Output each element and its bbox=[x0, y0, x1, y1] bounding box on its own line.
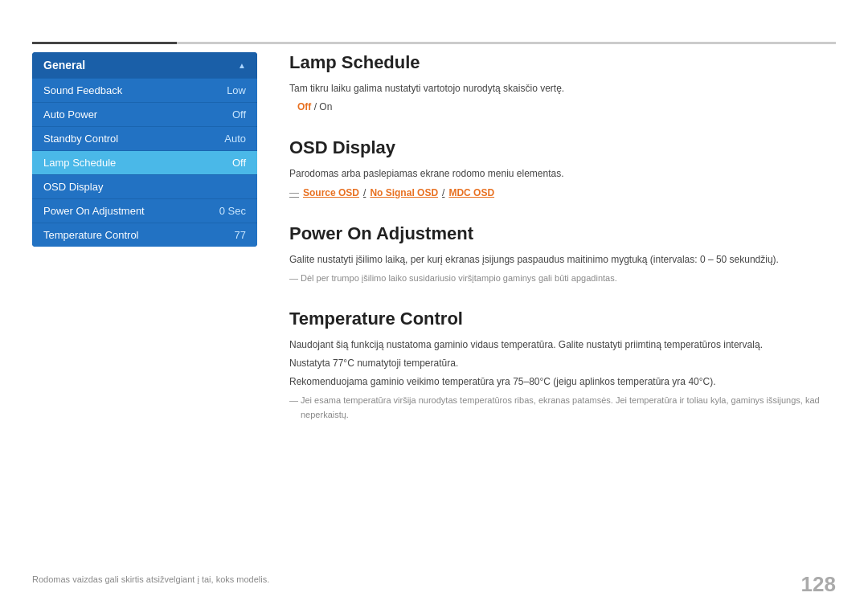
lamp-schedule-body: Tam tikru laiku galima nustatyti vartoto… bbox=[289, 81, 836, 115]
temp-control-desc2: Nustatyta 77°C numatytoji temperatūra. bbox=[289, 356, 836, 371]
lamp-off-text: Off bbox=[297, 101, 311, 112]
sidebar-item-label: Standby Control bbox=[43, 133, 118, 145]
sidebar-item-label: Temperature Control bbox=[43, 229, 139, 241]
osd-slash1: / bbox=[363, 186, 366, 201]
page-number: 128 bbox=[801, 572, 836, 597]
sidebar-item-standby-control[interactable]: Standby ControlAuto bbox=[32, 126, 257, 150]
lamp-on-text: On bbox=[319, 101, 332, 112]
sidebar-item-value: Low bbox=[227, 84, 246, 96]
footer-note: Rodomas vaizdas gali skirtis atsižvelgia… bbox=[32, 574, 269, 584]
sidebar-item-value: 0 Sec bbox=[219, 205, 246, 217]
lamp-bullet-off-on: Off / On bbox=[297, 100, 836, 115]
sidebar-item-label: OSD Display bbox=[43, 181, 103, 193]
sidebar-item-value: Off bbox=[232, 157, 246, 169]
temp-control-desc1: Naudojant šią funkciją nustatoma gaminio… bbox=[289, 337, 836, 353]
footer-note-text: Rodomas vaizdas gali skirtis atsižvelgia… bbox=[32, 574, 269, 584]
sidebar-item-label: Power On Adjustment bbox=[43, 205, 145, 217]
top-border-light bbox=[177, 42, 836, 44]
power-on-title: Power On Adjustment bbox=[289, 223, 836, 244]
main-content: Lamp Schedule Tam tikru laiku galima nus… bbox=[289, 52, 836, 565]
sidebar-item-osd-display[interactable]: OSD Display bbox=[32, 174, 257, 198]
sidebar-item-label: Lamp Schedule bbox=[43, 157, 116, 169]
lamp-schedule-bullets: Off / On bbox=[297, 100, 836, 115]
sidebar-title: General bbox=[43, 59, 85, 72]
osd-source-osd: Source OSD bbox=[303, 186, 359, 201]
temp-control-title: Temperature Control bbox=[289, 309, 836, 329]
sidebar-item-value: Auto bbox=[224, 133, 246, 145]
osd-no-signal: No Signal OSD bbox=[370, 186, 438, 201]
osd-display-options: — Source OSD / No Signal OSD / MDC OSD bbox=[289, 186, 836, 201]
sidebar-item-sound-feedback[interactable]: Sound FeedbackLow bbox=[32, 78, 257, 102]
section-lamp-schedule: Lamp Schedule Tam tikru laiku galima nus… bbox=[289, 52, 836, 115]
lamp-schedule-title: Lamp Schedule bbox=[289, 52, 836, 73]
section-power-on-adjustment: Power On Adjustment Galite nustatyti įši… bbox=[289, 223, 836, 286]
sidebar-item-value: Off bbox=[232, 108, 246, 121]
sidebar-item-temperature-control[interactable]: Temperature Control77 bbox=[32, 223, 257, 247]
temp-control-body: Naudojant šią funkciją nustatoma gaminio… bbox=[289, 337, 836, 423]
temp-control-desc3: Rekomenduojama gaminio veikimo temperatū… bbox=[289, 374, 836, 390]
osd-slash2: / bbox=[442, 186, 444, 201]
lamp-schedule-desc: Tam tikru laiku galima nustatyti vartoto… bbox=[289, 81, 836, 96]
sidebar: General ▲ Sound FeedbackLowAuto PowerOff… bbox=[32, 52, 257, 247]
power-on-note: Dėl per trumpo įšilimo laiko susidariusi… bbox=[289, 272, 836, 286]
temp-control-note: Jei esama temperatūra viršija nurodytas … bbox=[289, 394, 836, 422]
sidebar-item-power-on-adjustment[interactable]: Power On Adjustment0 Sec bbox=[32, 198, 257, 223]
osd-display-body: Parodomas arba paslepiamas ekrane rodomo… bbox=[289, 166, 836, 200]
sidebar-item-label: Sound Feedback bbox=[43, 84, 122, 96]
section-osd-display: OSD Display Parodomas arba paslepiamas e… bbox=[289, 137, 836, 200]
power-on-body: Galite nustatyti įšilimo laiką, per kurį… bbox=[289, 252, 836, 286]
sidebar-arrow-icon: ▲ bbox=[238, 61, 246, 70]
power-on-desc: Galite nustatyti įšilimo laiką, per kurį… bbox=[289, 252, 836, 268]
sidebar-items: Sound FeedbackLowAuto PowerOffStandby Co… bbox=[32, 78, 257, 247]
osd-mdc: MDC OSD bbox=[448, 186, 494, 201]
top-border-dark bbox=[32, 42, 177, 44]
osd-display-desc: Parodomas arba paslepiamas ekrane rodomo… bbox=[289, 166, 836, 182]
top-border bbox=[32, 42, 836, 44]
sidebar-item-auto-power[interactable]: Auto PowerOff bbox=[32, 102, 257, 126]
sidebar-item-label: Auto Power bbox=[43, 108, 97, 121]
sidebar-item-lamp-schedule[interactable]: Lamp ScheduleOff bbox=[32, 150, 257, 174]
sidebar-item-value: 77 bbox=[235, 229, 246, 241]
osd-display-title: OSD Display bbox=[289, 137, 836, 158]
sidebar-header: General ▲ bbox=[32, 52, 257, 78]
section-temperature-control: Temperature Control Naudojant šią funkci… bbox=[289, 309, 836, 423]
